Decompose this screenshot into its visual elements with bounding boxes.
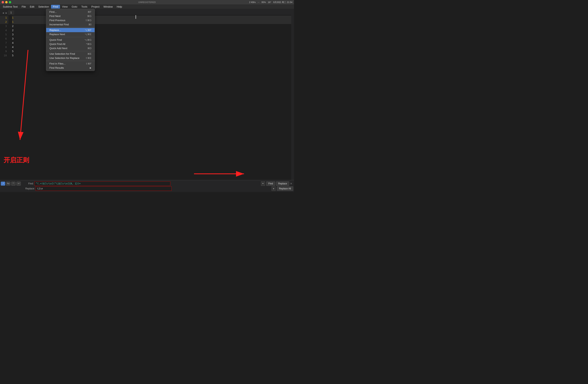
line-num-2: 2 [0, 20, 8, 24]
menu-incremental-find-shortcut: ⌘I [88, 23, 91, 26]
menu-find-in-files-label: Find in Files... [49, 62, 66, 65]
menu-incremental-find-label: Incremental Find [49, 23, 69, 26]
menu-quick-find-all-shortcut: ^⌘G [86, 43, 91, 46]
menu-sep-4 [46, 61, 95, 61]
word-boundary-button[interactable]: "" [11, 182, 16, 186]
menu-use-selection-replace-label: Use Selection for Replace [49, 57, 79, 59]
window-controls[interactable] [1, 1, 11, 3]
line-num-3: 3 [0, 24, 8, 28]
line-num-10: 10 [0, 53, 8, 58]
case-button[interactable]: Aa [6, 182, 10, 186]
close-find-bar[interactable]: ✕ [290, 182, 293, 185]
menu-find-results[interactable]: Find Results ▶ [46, 66, 95, 70]
find-options: .* Aa "" ↩ [1, 182, 21, 186]
find-button[interactable]: Find [266, 181, 275, 186]
battery: 95% [261, 1, 266, 3]
menu-sep-1 [46, 27, 95, 27]
find-label: Find: [21, 182, 34, 185]
network-speed: 2 KB/s [249, 1, 256, 3]
menu-find-previous-label: Find Previous [49, 19, 65, 22]
menu-tools[interactable]: Tools [79, 5, 89, 9]
menu-find-find[interactable]: Find... ⌘F [46, 10, 95, 14]
close-button[interactable] [1, 1, 4, 3]
editor-area: 1 2 3 4 5 6 7 8 9 10 1 1 2 2 3 3 4 4 5 5 [0, 15, 294, 180]
menu-replace-shortcut: ⌥⌘F [85, 29, 91, 32]
scrollbar[interactable] [291, 15, 294, 180]
menu-sep-3 [46, 51, 95, 51]
menu-quick-find[interactable]: Quick Find ⌥⌘G [46, 38, 95, 42]
menu-replace[interactable]: Replace... ⌥⌘F [46, 28, 95, 32]
menu-replace-next-shortcut: ⌥⌘E [84, 33, 91, 36]
menu-use-selection-find-shortcut: ⌘E [87, 53, 91, 55]
system-status: 2 KB/s ··· 95% 16° 9月20日 周二 21:54 [249, 1, 293, 4]
menu-help[interactable]: Help [115, 5, 124, 9]
menu-find-next-shortcut: ⌘G [87, 15, 91, 18]
menu-find-in-files[interactable]: Find in Files... ⇧⌘F [46, 61, 95, 66]
menu-quick-add-next-shortcut: ⌘D [87, 47, 92, 50]
regex-button[interactable]: .* [1, 182, 5, 186]
line-num-1: 1 [0, 16, 8, 20]
menu-replace-label: Replace... [49, 29, 61, 32]
wrap-button[interactable]: ↩ [16, 182, 21, 186]
find-actions: Find Replace [266, 181, 289, 186]
replace-input[interactable] [36, 186, 172, 191]
menu-find-previous[interactable]: Find Previous ⇧⌘G [46, 18, 95, 22]
menu-replace-next[interactable]: Replace Next ⌥⌘E [46, 32, 95, 36]
menu-edit[interactable]: Edit [28, 5, 36, 9]
line-num-9: 9 [0, 49, 8, 53]
find-input-wrap [34, 181, 261, 186]
editor-tab-1[interactable]: 1 [8, 10, 14, 15]
find-input[interactable] [34, 181, 170, 186]
menu-quick-find-shortcut: ⌥⌘G [84, 38, 91, 41]
find-row: .* Aa "" ↩ Find: ▼ Find Replace ✕ [0, 181, 294, 186]
menu-incremental-find[interactable]: Incremental Find ⌘I [46, 22, 95, 27]
menu-window[interactable]: Window [101, 5, 115, 9]
dots: ··· [258, 1, 259, 3]
line-numbers: 1 2 3 4 5 6 7 8 9 10 [0, 15, 10, 180]
menu-find-in-files-shortcut: ⇧⌘F [85, 62, 91, 65]
menu-find-next[interactable]: Find Next ⌘G [46, 14, 95, 18]
tab-nav-right[interactable]: ▶ [5, 11, 8, 15]
replace-all-button[interactable]: Replace All [277, 186, 293, 191]
minimize-button[interactable] [5, 1, 8, 3]
replace-row: Replace: ▼ Replace All [0, 186, 294, 192]
menu-replace-next-label: Replace Next [49, 33, 65, 36]
find-bar: .* Aa "" ↩ Find: ▼ Find Replace ✕ Replac… [0, 180, 294, 192]
tab-nav-left[interactable]: ◀ [1, 11, 5, 15]
line-num-8: 8 [0, 45, 8, 49]
menu-use-selection-replace[interactable]: Use Selection for Replace ⇧⌘E [46, 56, 95, 60]
menu-quick-add-next-label: Quick Add Next [49, 47, 67, 50]
menu-sublime-text[interactable]: Sublime Text [1, 5, 20, 9]
menu-find-results-label: Find Results [49, 66, 64, 69]
menu-find-results-arrow: ▶ [90, 67, 91, 69]
menu-sep-2 [46, 37, 95, 37]
cursor [136, 15, 136, 19]
temperature: 16° [268, 1, 271, 3]
menu-find[interactable]: Find [51, 5, 60, 9]
menu-find-find-label: Find... [49, 10, 57, 13]
menu-quick-find-label: Quick Find [49, 38, 62, 41]
menu-view[interactable]: View [60, 5, 70, 9]
menu-project[interactable]: Project [89, 5, 101, 9]
replace-button[interactable]: Replace [276, 181, 289, 186]
menu-file[interactable]: File [20, 5, 28, 9]
menu-use-selection-find[interactable]: Use Selection for Find ⌘E [46, 52, 95, 56]
replace-label: Replace: [23, 187, 35, 190]
menu-selection[interactable]: Selection [36, 5, 51, 9]
menu-quick-find-all[interactable]: Quick Find All ^⌘G [46, 42, 95, 46]
title-bar: UNREGISTERED 2 KB/s ··· 95% 16° 9月20日 周二… [0, 0, 294, 4]
line-num-5: 5 [0, 32, 8, 37]
menu-quick-add-next[interactable]: Quick Add Next ⌘D [46, 46, 95, 50]
menu-find-find-shortcut: ⌘F [88, 11, 91, 13]
find-dropdown-chevron[interactable]: ▼ [261, 181, 265, 186]
maximize-button[interactable] [9, 1, 11, 3]
datetime: 9月20日 周二 21:54 [273, 1, 293, 4]
menu-find-next-label: Find Next [49, 15, 61, 18]
menu-use-selection-find-label: Use Selection for Find [49, 52, 75, 55]
menu-use-selection-replace-shortcut: ⇧⌘E [85, 57, 91, 59]
replace-input-wrap [36, 186, 272, 191]
menu-bar: Sublime Text File Edit Selection Find Vi… [0, 4, 294, 9]
menu-goto[interactable]: Goto [70, 5, 79, 9]
replace-dropdown-chevron[interactable]: ▼ [272, 186, 276, 191]
tab-bar: ◀ ▶ 1 [0, 9, 294, 15]
